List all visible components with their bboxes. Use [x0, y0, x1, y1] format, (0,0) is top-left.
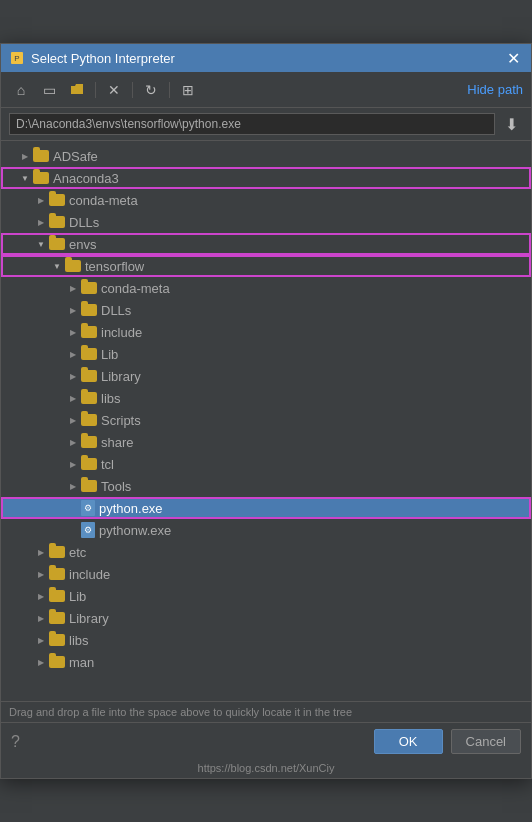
tree-label-tcl: tcl: [101, 457, 114, 472]
expand-arrow-lib-2[interactable]: ▶: [33, 588, 49, 604]
file-icon-python: [81, 500, 95, 516]
download-button[interactable]: ⬇: [499, 112, 523, 136]
expand-arrow-include-2[interactable]: ▶: [33, 566, 49, 582]
tree-item-dlls-2[interactable]: ▶ DLLs: [1, 299, 531, 321]
tree-item-include-2[interactable]: ▶ include: [1, 563, 531, 585]
bottom-bar: ? OK Cancel: [1, 722, 531, 760]
expand-arrow-library-1[interactable]: ▶: [65, 368, 81, 384]
tree-label-python-exe: python.exe: [99, 501, 163, 516]
expand-arrow-scripts[interactable]: ▶: [65, 412, 81, 428]
tree-item-library-2[interactable]: ▶ Library: [1, 607, 531, 629]
folder-icon-scripts: [81, 414, 97, 426]
tree-item-adsafe[interactable]: ▶ ADSafe: [1, 145, 531, 167]
cancel-button[interactable]: Cancel: [451, 729, 521, 754]
monitor-button[interactable]: ▭: [37, 78, 61, 102]
tree-label-etc: etc: [69, 545, 86, 560]
toolbar-separator-1: [95, 82, 96, 98]
expand-arrow-share[interactable]: ▶: [65, 434, 81, 450]
tree-item-tcl[interactable]: ▶ tcl: [1, 453, 531, 475]
title-bar-left: P Select Python Interpreter: [9, 50, 175, 66]
folder-icon-conda-meta-2: [81, 282, 97, 294]
folder-button[interactable]: [65, 78, 89, 102]
tree-item-python-exe[interactable]: ▶ python.exe: [1, 497, 531, 519]
folder-icon-library-2: [49, 612, 65, 624]
expand-arrow-libs-1[interactable]: ▶: [65, 390, 81, 406]
tree-label-library-2: Library: [69, 611, 109, 626]
folder-icon-include-1: [81, 326, 97, 338]
action-buttons: OK Cancel: [374, 729, 521, 754]
folder-icon-etc: [49, 546, 65, 558]
expand-arrow-envs[interactable]: ▼: [33, 236, 49, 252]
expand-arrow-dlls-1[interactable]: ▶: [33, 214, 49, 230]
file-icon-pythonw: [81, 522, 95, 538]
tree-item-anaconda3[interactable]: ▼ Anaconda3: [1, 167, 531, 189]
refresh-button[interactable]: ↻: [139, 78, 163, 102]
expand-arrow-adsafe[interactable]: ▶: [17, 148, 33, 164]
expand-arrow-man[interactable]: ▶: [33, 654, 49, 670]
toolbar-separator-3: [169, 82, 170, 98]
tree-item-libs-2[interactable]: ▶ libs: [1, 629, 531, 651]
svg-text:P: P: [14, 54, 19, 63]
tree-item-man[interactable]: ▶ man: [1, 651, 531, 673]
tree-label-conda-meta-2: conda-meta: [101, 281, 170, 296]
expand-arrow-include-1[interactable]: ▶: [65, 324, 81, 340]
folder-icon-lib-2: [49, 590, 65, 602]
tree-item-conda-meta-2[interactable]: ▶ conda-meta: [1, 277, 531, 299]
hint-text: Drag and drop a file into the space abov…: [9, 706, 352, 718]
folder-icon-tensorflow: [65, 260, 81, 272]
tree-item-include-1[interactable]: ▶ include: [1, 321, 531, 343]
hide-path-button[interactable]: Hide path: [467, 82, 523, 97]
expand-arrow-etc[interactable]: ▶: [33, 544, 49, 560]
tree-label-libs-1: libs: [101, 391, 121, 406]
app-icon: P: [9, 50, 25, 66]
tree-label-lib-2: Lib: [69, 589, 86, 604]
folder-icon-envs: [49, 238, 65, 250]
folder-icon-conda-meta-1: [49, 194, 65, 206]
expand-arrow-conda-meta-1[interactable]: ▶: [33, 192, 49, 208]
path-bar: ⬇: [1, 108, 531, 141]
tree-item-lib-2[interactable]: ▶ Lib: [1, 585, 531, 607]
expand-arrow-libs-2[interactable]: ▶: [33, 632, 49, 648]
expand-arrow-anaconda3[interactable]: ▼: [17, 170, 33, 186]
ok-button[interactable]: OK: [374, 729, 443, 754]
expand-arrow-dlls-2[interactable]: ▶: [65, 302, 81, 318]
tree-item-etc[interactable]: ▶ etc: [1, 541, 531, 563]
tree-label-adsafe: ADSafe: [53, 149, 98, 164]
expand-arrow-library-2[interactable]: ▶: [33, 610, 49, 626]
tree-label-dlls-1: DLLs: [69, 215, 99, 230]
tree-item-scripts[interactable]: ▶ Scripts: [1, 409, 531, 431]
tree-label-tools: Tools: [101, 479, 131, 494]
toolbar-separator-2: [132, 82, 133, 98]
expand-arrow-lib-1[interactable]: ▶: [65, 346, 81, 362]
tree-item-library-1[interactable]: ▶ Library: [1, 365, 531, 387]
tree-label-share: share: [101, 435, 134, 450]
expand-arrow-conda-meta-2[interactable]: ▶: [65, 280, 81, 296]
tree-item-dlls-1[interactable]: ▶ DLLs: [1, 211, 531, 233]
tree-item-tensorflow[interactable]: ▼ tensorflow: [1, 255, 531, 277]
tree-item-lib-1[interactable]: ▶ Lib: [1, 343, 531, 365]
tree-label-conda-meta-1: conda-meta: [69, 193, 138, 208]
home-button[interactable]: ⌂: [9, 78, 33, 102]
copy-button[interactable]: ⊞: [176, 78, 200, 102]
folder-icon-man: [49, 656, 65, 668]
expand-arrow-tcl[interactable]: ▶: [65, 456, 81, 472]
delete-button[interactable]: ✕: [102, 78, 126, 102]
tree-label-envs: envs: [69, 237, 96, 252]
expand-arrow-tools[interactable]: ▶: [65, 478, 81, 494]
expand-arrow-tensorflow[interactable]: ▼: [49, 258, 65, 274]
tree-item-pythonw-exe[interactable]: ▶ pythonw.exe: [1, 519, 531, 541]
path-input[interactable]: [9, 113, 495, 135]
tree-item-share[interactable]: ▶ share: [1, 431, 531, 453]
tree-item-envs[interactable]: ▼ envs: [1, 233, 531, 255]
close-button[interactable]: ✕: [503, 48, 523, 68]
tree-label-lib-1: Lib: [101, 347, 118, 362]
tree-item-tools[interactable]: ▶ Tools: [1, 475, 531, 497]
help-button[interactable]: ?: [11, 733, 20, 751]
folder-icon-lib-1: [81, 348, 97, 360]
tree-item-conda-meta-1[interactable]: ▶ conda-meta: [1, 189, 531, 211]
tree-item-libs-1[interactable]: ▶ libs: [1, 387, 531, 409]
dialog: P Select Python Interpreter ✕ ⌂ ▭ ✕ ↻ ⊞ …: [0, 43, 532, 779]
tree-label-libs-2: libs: [69, 633, 89, 648]
folder-icon-libs-2: [49, 634, 65, 646]
folder-icon-dlls-1: [49, 216, 65, 228]
